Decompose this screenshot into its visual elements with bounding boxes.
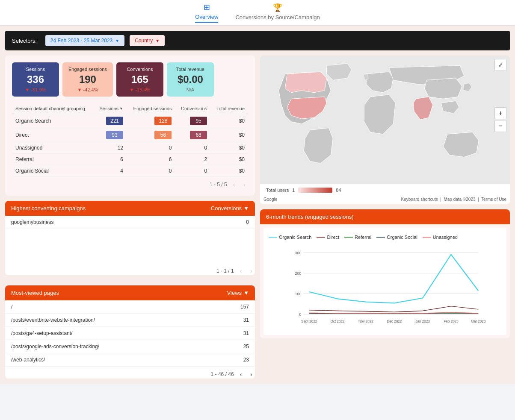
campaigns-next-btn[interactable]: › [248,267,255,275]
pages-next-btn[interactable]: › [248,370,255,379]
engaged-change: ▼ -42.4% [68,87,107,92]
revenue-value: $0.00 [173,73,208,85]
overview-icon: ⊞ [204,3,210,12]
revenue-value: $0 [210,142,248,154]
campaign-row: googlemybusiness 0 [5,216,255,229]
engaged-value: 190 [68,73,107,85]
map-zoom-out-btn[interactable]: − [494,120,506,132]
overview-table-panel: Sessions 336 ▼ -51.9% Engaged sessions 1… [5,56,255,196]
legend-organic-social-label: Organic Social [387,235,417,240]
table-next-btn[interactable]: › [241,180,248,189]
campaigns-prev-btn[interactable]: ‹ [237,267,245,275]
date-range-value: 24 Feb 2023 - 25 Mar 2023 [50,38,112,44]
trends-title: 6-month trends (engaged sessions) [266,214,354,220]
svg-text:Oct 2022: Oct 2022 [331,320,345,323]
engaged-value: 6 [127,154,175,165]
legend-unassigned-label: Unassigned [433,235,458,240]
revenue-value: $0 [210,128,248,142]
sessions-change: ▼ -51.9% [18,87,53,92]
channel-name: Referral [12,154,94,165]
conversions-value: 165 [122,73,157,85]
date-range-selector[interactable]: 24 Feb 2023 - 25 Mar 2023 ▼ [45,35,124,46]
trends-panel: 6-month trends (engaged sessions) Organi… [260,209,510,338]
pages-prev-btn[interactable]: ‹ [237,370,245,379]
trends-chart: Organic Search Direct Referral Orga [263,228,506,335]
nav-overview[interactable]: ⊞ Overview [195,3,218,23]
campaigns-pagination: 1 - 1 / 1 ‹ › [5,263,255,275]
legend-referral-label: Referral [355,235,371,240]
channel-name: Direct [12,128,94,142]
country-arrow-icon: ▼ [155,38,160,43]
pages-col-header: Views ▼ [227,290,249,296]
trends-chart-svg: 300 200 100 0 Sept 2022 Oct 2022 Nov 202… [269,245,501,330]
svg-text:200: 200 [295,271,301,276]
channel-name: Unassigned [12,142,94,154]
page-views: 23 [243,357,249,363]
table-row: Organic Search 221 128 95 $0 [12,114,248,128]
engaged-col-header: Engaged sessions [133,106,172,111]
engaged-value: 56 [127,128,175,142]
svg-text:Jan 2023: Jan 2023 [415,320,430,323]
page-path: /posts/eventbrite-website-integration/ [11,317,95,323]
referral-legend-dot [344,237,353,238]
date-arrow-icon: ▼ [115,38,119,43]
table-pagination: 1 - 5 / 5 ‹ › [12,177,248,189]
page-row: /posts/google-ads-conversion-tracking/ 2… [5,340,255,353]
metric-cards: Sessions 336 ▼ -51.9% Engaged sessions 1… [12,62,248,97]
campaigns-spacer [5,229,255,263]
map-data-info: Keyboard shortcuts | Map data ©2023 | Te… [401,197,506,202]
campaigns-page-info: 1 - 1 / 1 [216,268,234,274]
engaged-label: Engaged sessions [68,67,107,72]
map-expand-btn[interactable]: ⤢ [494,59,506,71]
map-panel: ⤢ [260,56,510,204]
revenue-label: Total revenue [173,67,208,72]
sessions-value: 336 [18,73,53,85]
table-row: Unassigned 12 0 0 $0 [12,142,248,154]
table-prev-btn[interactable]: ‹ [231,180,238,189]
page-path: /posts/google-ads-conversion-tracking/ [11,344,99,350]
sessions-col-header[interactable]: Sessions ▼ [99,106,123,111]
country-selector[interactable]: Country ▼ [130,35,165,46]
pages-header: Most-viewed pages Views ▼ [5,285,255,300]
revenue-value: $0 [210,114,248,128]
legend-referral: Referral [344,235,371,240]
legend-direct: Direct [317,235,339,240]
map-color-scale [298,188,332,193]
pages-sort-icon: ▼ [243,290,249,296]
svg-text:Mar 2023: Mar 2023 [471,320,486,323]
map-container: ⤢ [260,56,510,184]
campaigns-panel: Highest converting campaigns Conversions… [5,201,255,275]
content-grid: Sessions 336 ▼ -51.9% Engaged sessions 1… [5,56,510,379]
table-row: Organic Social 4 0 0 $0 [12,165,248,177]
conversions-value: 2 [175,154,210,165]
left-column: Sessions 336 ▼ -51.9% Engaged sessions 1… [5,56,255,379]
sort-icon: ▼ [119,106,123,111]
legend-organic-social: Organic Social [376,235,417,240]
top-navigation: ⊞ Overview 🏆 Conversions by Source/Campa… [0,0,515,26]
organic-search-legend-dot [269,237,277,238]
page-path: /web-analytics/ [11,357,45,363]
conversions-value: 0 [175,142,210,154]
campaign-conversions: 0 [246,219,249,225]
table-page-info: 1 - 5 / 5 [210,182,227,188]
conversions-value: 95 [175,114,210,128]
main-wrapper: Selectors: 24 Feb 2023 - 25 Mar 2023 ▼ C… [0,26,515,384]
svg-text:Dec 2022: Dec 2022 [387,320,402,323]
page-path: /posts/ga4-setup-assistant/ [11,330,72,336]
page-row: /posts/eventbrite-website-integration/ 3… [5,314,255,327]
svg-text:Sept 2022: Sept 2022 [301,320,317,323]
conversions-card: Conversions 165 ▼ -15.4% [116,62,163,97]
revenue-change: N/A [173,87,208,92]
page-row: /web-analytics/ 23 [5,353,255,367]
trends-header: 6-month trends (engaged sessions) [260,209,510,224]
nav-conversions[interactable]: 🏆 Conversions by Source/Campaign [235,3,320,22]
col-grouping-header: Session default channel grouping [15,106,85,111]
engaged-value: 128 [127,114,175,128]
svg-text:0: 0 [299,312,301,317]
map-zoom-in-btn[interactable]: + [494,107,506,119]
pages-list: / 157 /posts/eventbrite-website-integrat… [5,300,255,367]
campaigns-sort-icon: ▼ [243,205,249,211]
total-users-label: Total users [266,188,289,193]
sessions-value: 4 [94,165,127,177]
legend-organic-search-label: Organic Search [279,235,311,240]
